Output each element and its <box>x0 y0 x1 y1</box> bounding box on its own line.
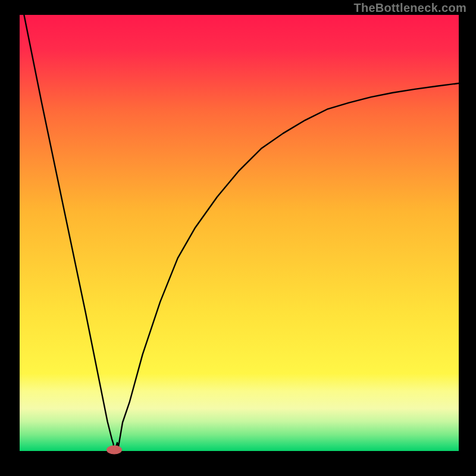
chart-svg <box>0 0 476 476</box>
chart-container: TheBottleneck.com <box>0 0 476 476</box>
plot-bottom-edge <box>20 451 459 454</box>
plot-area <box>20 15 459 452</box>
min-marker <box>107 446 122 455</box>
branding-text: TheBottleneck.com <box>353 1 466 15</box>
